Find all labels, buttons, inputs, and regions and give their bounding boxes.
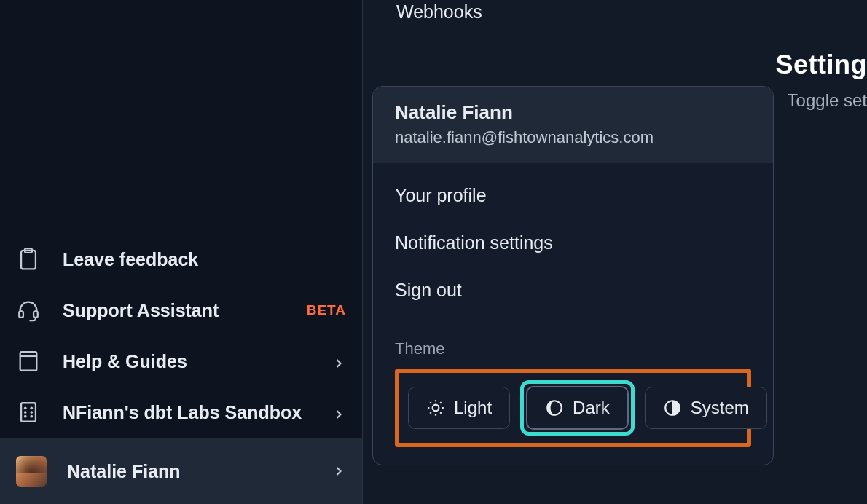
theme-dark-label: Dark [573,398,610,418]
clipboard-icon [16,247,41,272]
svg-line-16 [430,402,431,403]
help-guides-label: Help & Guides [63,351,310,372]
svg-line-21 [440,402,442,403]
theme-dark-button[interactable]: Dark [526,386,629,430]
leave-feedback-item[interactable]: Leave feedback [0,234,362,285]
sidebar: Leave feedback Support Assistant BETA He… [0,0,363,504]
moon-icon [545,398,564,417]
svg-rect-3 [34,311,38,318]
popup-user-email: natalie.fiann@fishtownanalytics.com [395,128,751,147]
user-name: Natalie Fiann [67,461,311,482]
content-area: Webhooks Setting Toggle set Natalie Fian… [363,0,867,504]
theme-light-button[interactable]: Light [408,387,510,429]
user-menu-trigger[interactable]: Natalie Fiann [0,438,362,504]
svg-point-13 [433,405,439,412]
beta-badge: BETA [307,302,346,318]
notification-settings-item[interactable]: Notification settings [373,219,773,267]
avatar [16,456,47,487]
sidebar-bottom: Leave feedback Support Assistant BETA He… [0,234,362,504]
svg-rect-6 [21,403,36,422]
chevron-right-icon [332,405,346,420]
nav-webhooks[interactable]: Webhooks [396,1,482,23]
page-title: Setting [776,50,868,80]
chevron-right-icon [332,354,346,369]
workspace-label: NFiann's dbt Labs Sandbox [63,402,310,423]
theme-section: Theme Light Dark [373,323,773,465]
svg-line-20 [430,412,431,414]
building-icon [16,400,41,425]
leave-feedback-label: Leave feedback [63,249,346,270]
contrast-icon [663,398,682,417]
svg-rect-4 [20,352,37,371]
user-popup: Natalie Fiann natalie.fiann@fishtownanal… [372,86,774,465]
annotation-highlight-teal: Dark [520,380,635,436]
your-profile-item[interactable]: Your profile [373,172,773,219]
help-guides-item[interactable]: Help & Guides [0,336,362,387]
headset-icon [16,298,41,323]
popup-menu: Your profile Notification settings Sign … [373,163,773,323]
svg-line-17 [440,412,442,414]
support-assistant-label: Support Assistant [63,300,283,321]
sun-icon [426,398,445,417]
user-popup-header: Natalie Fiann natalie.fiann@fishtownanal… [373,87,773,163]
theme-system-label: System [691,398,749,418]
workspace-item[interactable]: NFiann's dbt Labs Sandbox [0,387,362,438]
chevron-right-icon [332,464,346,479]
annotation-highlight-orange: Light Dark Sys [395,369,751,447]
support-assistant-item[interactable]: Support Assistant BETA [0,285,362,336]
theme-light-label: Light [454,398,492,418]
page-subtitle: Toggle set [788,90,867,111]
sign-out-item[interactable]: Sign out [373,267,773,314]
sidebar-spacer [0,0,362,234]
popup-user-name: Natalie Fiann [395,101,751,124]
svg-rect-2 [19,311,23,318]
theme-system-button[interactable]: System [645,387,767,429]
book-icon [16,349,41,374]
theme-label: Theme [395,339,751,358]
